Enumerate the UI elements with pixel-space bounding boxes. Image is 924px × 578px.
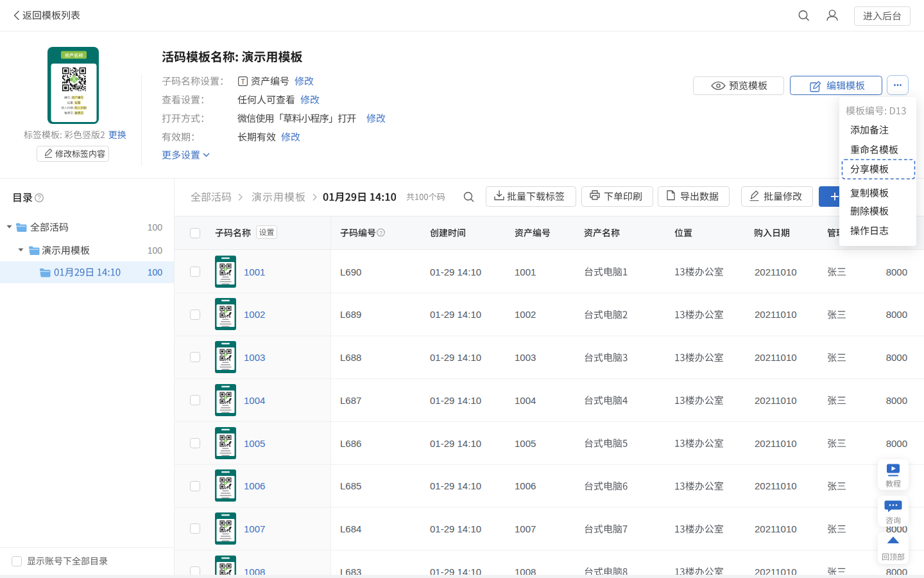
svg-text:1003: 1003 [244,352,265,363]
svg-text:L688: L688 [340,352,361,363]
svg-text:20211010: 20211010 [755,352,797,363]
svg-text:20211010: 20211010 [755,438,797,449]
svg-text:1003: 1003 [515,352,536,363]
svg-text:8000: 8000 [886,438,907,449]
svg-text:L685: L685 [340,480,361,491]
svg-text:L689: L689 [340,309,361,320]
svg-text:1001: 1001 [515,267,536,277]
svg-text:20211010: 20211010 [755,309,797,320]
svg-text:100: 100 [148,222,163,232]
svg-text:1001: 1001 [244,267,265,277]
svg-text:1005: 1005 [515,438,536,449]
svg-text:8000: 8000 [886,352,907,363]
svg-text:1005: 1005 [244,438,265,449]
svg-text:20211010: 20211010 [755,523,797,534]
svg-text:L684: L684 [340,523,361,534]
svg-text:1007: 1007 [515,523,536,534]
svg-text:1004: 1004 [244,395,265,406]
svg-text:?: ? [37,195,41,202]
svg-text:1007: 1007 [244,523,265,534]
svg-text:20211010: 20211010 [755,480,797,491]
svg-text:1006: 1006 [244,480,265,491]
svg-text:1002: 1002 [515,309,536,320]
svg-text:8000: 8000 [886,395,907,406]
svg-text:1006: 1006 [515,480,536,491]
svg-text:01-29 14:10: 01-29 14:10 [430,523,481,534]
svg-text:01-29 14:10: 01-29 14:10 [430,352,481,363]
svg-text:100: 100 [148,245,163,256]
svg-text:L690: L690 [340,267,361,277]
svg-text:20211010: 20211010 [755,395,797,406]
svg-text:01-29 14:10: 01-29 14:10 [430,309,481,320]
svg-text:1002: 1002 [244,309,265,320]
svg-text:01-29 14:10: 01-29 14:10 [430,480,481,491]
svg-text:01-29 14:10: 01-29 14:10 [430,395,481,406]
svg-text:1004: 1004 [515,395,536,406]
svg-text:01-29 14:10: 01-29 14:10 [430,267,481,277]
svg-text:8000: 8000 [886,309,907,320]
svg-text:100: 100 [148,267,163,277]
svg-text:01-29 14:10: 01-29 14:10 [430,438,481,449]
svg-text:8000: 8000 [886,267,907,277]
svg-text:T: T [241,78,245,85]
svg-text:L687: L687 [340,395,361,406]
svg-text:20211010: 20211010 [755,267,797,277]
svg-text:L686: L686 [340,438,361,449]
svg-text:?: ? [379,230,382,236]
